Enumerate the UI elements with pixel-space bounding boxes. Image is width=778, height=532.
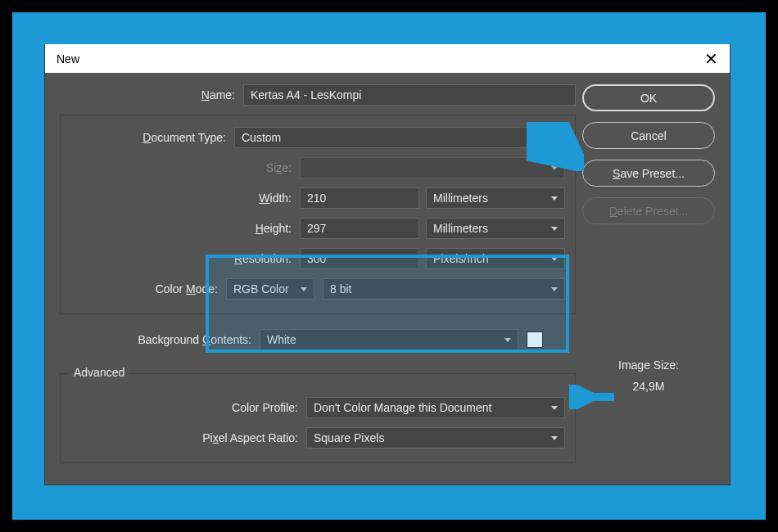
size-label: Size: (266, 161, 292, 174)
resolution-input[interactable]: 300 (300, 248, 419, 269)
new-document-dialog: New ✕ Name: Kertas A4 - LesKompi Documen… (44, 44, 731, 485)
width-input[interactable]: 210 (300, 187, 419, 209)
image-size-info: Image Size: 24,9M (582, 358, 715, 393)
color-depth-select[interactable]: 8 bit (323, 278, 565, 300)
chevron-down-icon (551, 196, 558, 201)
close-icon[interactable]: ✕ (704, 51, 718, 67)
chevron-down-icon (551, 227, 558, 231)
document-group: Document Type: Custom Size: (60, 115, 576, 314)
delete-preset-button: Delete Preset... (582, 197, 715, 224)
pixel-aspect-ratio-select[interactable]: Square Pixels (306, 427, 565, 449)
chevron-down-icon (504, 338, 511, 342)
chevron-down-icon (551, 136, 558, 140)
resolution-label: Resolution: (234, 252, 292, 265)
color-profile-label: Color Profile: (232, 401, 298, 414)
size-select[interactable] (300, 157, 565, 178)
chevron-down-icon (551, 287, 558, 291)
color-mode-select[interactable]: RGB Color (226, 278, 314, 300)
name-input[interactable]: Kertas A4 - LesKompi (243, 84, 576, 106)
pixel-aspect-ratio-label: Pixel Aspect Ratio: (202, 431, 298, 444)
ok-button[interactable]: OK (582, 84, 715, 111)
image-size-value: 24,9M (582, 380, 715, 393)
width-label: Width: (259, 192, 292, 205)
color-profile-select[interactable]: Don't Color Manage this Document (306, 397, 565, 418)
chevron-down-icon (301, 287, 307, 291)
chevron-down-icon (551, 436, 558, 440)
advanced-legend: Advanced (69, 366, 129, 379)
document-type-label: Document Type: (142, 131, 226, 144)
document-type-select[interactable]: Custom (234, 127, 565, 148)
chevron-down-icon (551, 166, 558, 170)
titlebar: New ✕ (45, 44, 730, 73)
dialog-title: New (57, 52, 79, 65)
image-size-label: Image Size: (582, 358, 715, 372)
width-unit-select[interactable]: Millimeters (426, 187, 565, 209)
resolution-unit-select[interactable]: Pixels/Inch (426, 248, 565, 269)
height-label: Height: (256, 222, 292, 235)
background-color-swatch[interactable] (527, 331, 543, 348)
name-label: Name: (201, 88, 235, 101)
background-contents-select[interactable]: White (260, 329, 518, 350)
cancel-button[interactable]: Cancel (582, 122, 715, 149)
chevron-down-icon (551, 406, 558, 410)
height-unit-select[interactable]: Millimeters (426, 218, 565, 239)
advanced-group: Advanced Color Profile: Don't Color Mana… (60, 373, 576, 463)
background-contents-label: Background Contents: (138, 333, 251, 346)
height-input[interactable]: 297 (300, 218, 419, 239)
save-preset-button[interactable]: Save Preset... (582, 160, 715, 187)
chevron-down-icon (551, 257, 558, 261)
color-mode-label: Color Mode: (156, 282, 218, 295)
